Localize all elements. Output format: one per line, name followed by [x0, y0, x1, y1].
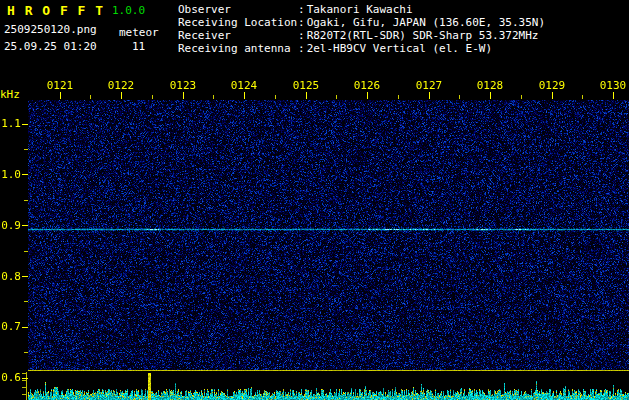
info-colon: :: [298, 16, 305, 29]
x-tick-label: 0128: [476, 79, 504, 92]
info-value: R820T2(RTL-SDR) SDR-Sharp 53.372MHz: [307, 29, 539, 42]
y-tick-label: 1.1: [0, 117, 21, 130]
app-version: 1.0.0: [112, 4, 145, 17]
x-tick-label: 0122: [107, 79, 135, 92]
y-tick-label: 0.6: [0, 371, 21, 384]
x-tick-label: 0123: [169, 79, 197, 92]
y-tick-label: 0.7: [0, 320, 21, 333]
x-tick-label: 0130: [599, 79, 627, 92]
spectrogram-canvas: [20, 90, 629, 400]
echo-count: 11: [132, 40, 145, 53]
info-label: Receiving Location: [178, 16, 298, 29]
x-tick-label: 0126: [353, 79, 381, 92]
info-row-location: Receiving Location:Ogaki, Gifu, JAPAN (1…: [178, 16, 545, 29]
mode-label: meteor: [119, 26, 159, 39]
x-tick-label: 0127: [415, 79, 443, 92]
info-colon: :: [298, 42, 305, 55]
info-value: Takanori Kawachi: [307, 3, 413, 16]
info-row-antenna: Receiving antenna:2el-HB9CV Vertical (el…: [178, 42, 545, 55]
info-value: Ogaki, Gifu, JAPAN (136.60E, 35.35N): [307, 16, 545, 29]
x-tick-label: 0129: [538, 79, 566, 92]
info-value: 2el-HB9CV Vertical (el. E-W): [307, 42, 492, 55]
x-tick-label: 0121: [46, 79, 74, 92]
info-colon: :: [298, 3, 305, 16]
info-row-observer: Observer:Takanori Kawachi: [178, 3, 545, 16]
info-row-receiver: Receiver:R820T2(RTL-SDR) SDR-Sharp 53.37…: [178, 29, 545, 42]
y-tick-label: 0.9: [0, 219, 21, 232]
app-title: H R O F F T: [7, 3, 104, 18]
y-tick-label: 0.8: [0, 270, 21, 283]
datetime-label: 25.09.25 01:20: [4, 40, 97, 53]
info-label: Receiver: [178, 29, 298, 42]
station-info: Observer:Takanori Kawachi Receiving Loca…: [178, 3, 545, 55]
x-tick-label: 0125: [292, 79, 320, 92]
x-tick-label: 0124: [230, 79, 258, 92]
output-filename: 2509250120.png: [4, 23, 97, 36]
info-label: Receiving antenna: [178, 42, 298, 55]
info-colon: :: [298, 29, 305, 42]
hrofft-screen: H R O F F T 1.0.0 2509250120.png meteor …: [0, 0, 629, 400]
y-axis-unit-label: kHz: [0, 88, 20, 101]
info-label: Observer: [178, 3, 298, 16]
y-tick-label: 1.0: [0, 168, 21, 181]
